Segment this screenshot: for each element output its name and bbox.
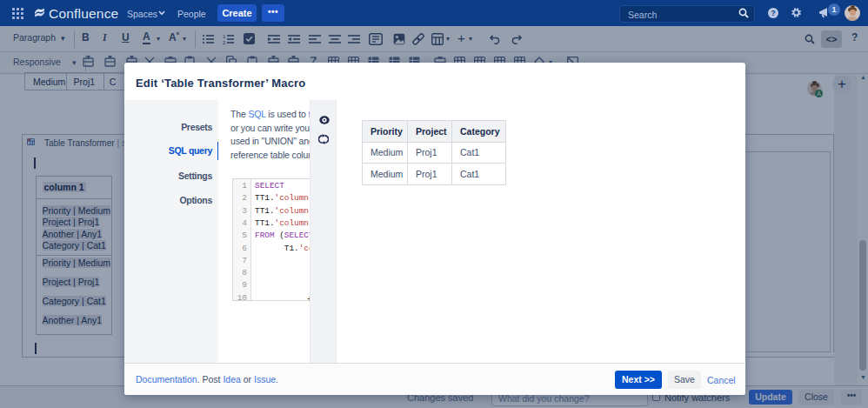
svg-text:?: ? xyxy=(771,9,776,17)
